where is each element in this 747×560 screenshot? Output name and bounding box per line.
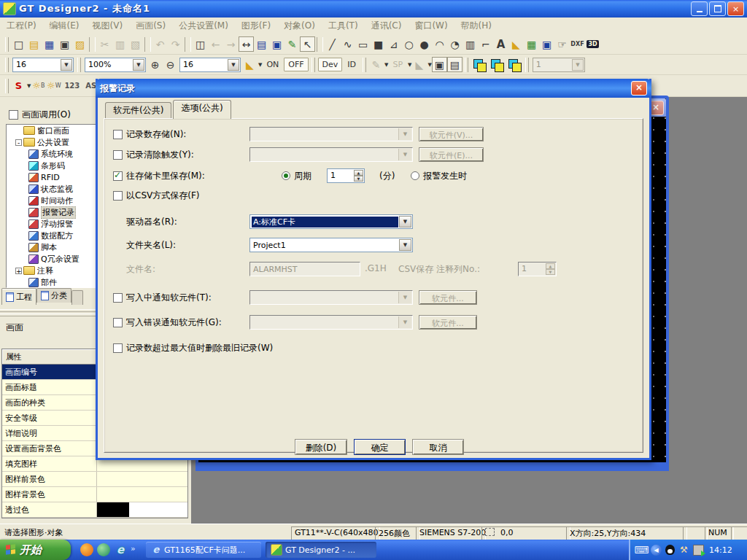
tree-item-parts[interactable]: 部件 bbox=[7, 276, 98, 288]
cancel-button[interactable]: 取消 bbox=[412, 439, 464, 455]
device-on-button[interactable]: ON bbox=[263, 58, 282, 71]
zoom-out-icon[interactable]: ⊖ bbox=[163, 57, 178, 72]
lamp-word-icon[interactable]: ☼W bbox=[46, 78, 61, 93]
menu-item[interactable]: 工程(P) bbox=[0, 18, 43, 34]
toolbar-icon[interactable] bbox=[89, 37, 96, 52]
tree-expander[interactable] bbox=[24, 198, 27, 204]
property-value[interactable] bbox=[97, 502, 187, 517]
property-row[interactable]: 图样前景色 bbox=[2, 472, 187, 487]
tree-item-time-action[interactable]: 时间动作 bbox=[7, 195, 98, 206]
property-value[interactable] bbox=[97, 472, 187, 486]
toolbar-grip[interactable] bbox=[525, 58, 529, 72]
polyline-icon[interactable]: ∿ bbox=[340, 36, 355, 52]
screen-fit-icon[interactable]: ↔ bbox=[239, 36, 254, 52]
drive-combo[interactable]: A:标准CF卡▼ bbox=[249, 214, 413, 229]
screen-image-copy-icon[interactable]: ▣ bbox=[432, 57, 447, 72]
hand-icon[interactable]: ☞ bbox=[554, 36, 570, 52]
menu-item[interactable]: 工具(T) bbox=[322, 18, 365, 34]
close-button[interactable]: × bbox=[727, 1, 744, 16]
tree-expander[interactable] bbox=[24, 163, 27, 169]
toolbar-grip[interactable] bbox=[5, 58, 9, 72]
hide-icons-icon[interactable]: ◀ bbox=[651, 545, 662, 556]
notify-writing-checkbox[interactable] bbox=[113, 293, 123, 303]
window-front-icon[interactable] bbox=[506, 57, 522, 72]
tree-item-recipe[interactable]: 数据配方 bbox=[7, 230, 98, 241]
save-icon[interactable]: ▦ bbox=[42, 36, 57, 52]
device-off-button[interactable]: OFF bbox=[284, 58, 308, 71]
scale-icon[interactable]: ▥ bbox=[462, 36, 478, 52]
text-icon[interactable]: A bbox=[493, 36, 508, 52]
polygon-icon[interactable]: ⊿ bbox=[386, 36, 401, 52]
chevron-down-icon[interactable]: ▼ bbox=[399, 216, 411, 228]
circle-icon[interactable]: ○ bbox=[401, 36, 417, 52]
status-resize-grip[interactable] bbox=[731, 526, 747, 541]
property-row[interactable]: 图样背景色 bbox=[2, 487, 187, 502]
id-display-button[interactable]: ID bbox=[344, 58, 360, 71]
new-icon[interactable]: □ bbox=[11, 36, 26, 52]
tree-expander[interactable] bbox=[15, 128, 22, 134]
panel-tab-partial[interactable] bbox=[71, 290, 83, 305]
notify-error-checkbox[interactable] bbox=[113, 318, 123, 327]
window-preview-icon[interactable] bbox=[471, 57, 487, 72]
tree-expander[interactable]: - bbox=[15, 139, 22, 146]
screen-save-icon[interactable]: ▣ bbox=[57, 36, 72, 52]
grid-size-combo[interactable]: 16▼ bbox=[179, 58, 241, 72]
toolbar-icon[interactable] bbox=[144, 37, 151, 52]
undo-icon[interactable]: ↶ bbox=[152, 36, 168, 52]
tree-expander[interactable]: + bbox=[15, 268, 22, 274]
rect-icon[interactable]: ▭ bbox=[355, 36, 371, 52]
tree-expander[interactable] bbox=[24, 186, 27, 192]
tree-expander[interactable] bbox=[24, 174, 27, 181]
grid-color-icon[interactable]: ◣ bbox=[242, 57, 258, 72]
tools-icon[interactable]: ⚒ bbox=[678, 545, 689, 556]
window-stack-icon[interactable]: ▣ bbox=[269, 36, 285, 52]
chevron-down-icon[interactable]: ▼ bbox=[258, 62, 262, 68]
back-icon[interactable]: ← bbox=[208, 36, 223, 52]
tree-expander[interactable] bbox=[24, 209, 27, 216]
menu-item[interactable]: 视图(V) bbox=[86, 18, 130, 34]
property-row[interactable]: 透过色 bbox=[2, 502, 187, 518]
redo-icon[interactable]: ↷ bbox=[168, 36, 183, 52]
chevron-down-icon[interactable]: ▼ bbox=[61, 59, 72, 71]
spin-up-icon[interactable]: ▲ bbox=[354, 170, 363, 176]
delete-oldest-checkbox[interactable] bbox=[113, 343, 123, 353]
library-icon[interactable]: ▣ bbox=[539, 36, 554, 52]
cursor-icon[interactable]: ↖ bbox=[300, 36, 315, 52]
screen-call-checkbox[interactable] bbox=[9, 110, 18, 120]
data-list-icon[interactable]: ▤ bbox=[447, 57, 462, 72]
dialog-tab-options-common[interactable]: 选项(公共) bbox=[173, 100, 231, 119]
tree-item-common-settings[interactable]: - 公共设置 bbox=[7, 136, 98, 148]
toolbar-grip[interactable] bbox=[311, 58, 315, 72]
edit-pen-icon[interactable]: ✎ bbox=[285, 36, 300, 52]
line-icon[interactable]: ╱ bbox=[325, 36, 340, 52]
messenger-icon[interactable] bbox=[97, 543, 110, 556]
tree-item-system-environment[interactable]: 系统环境 bbox=[7, 148, 98, 160]
tree-item-status-observation[interactable]: 状态监视 bbox=[7, 183, 98, 195]
tree-item-rfid[interactable]: RFID bbox=[7, 171, 98, 183]
arc-icon[interactable]: ◠ bbox=[432, 36, 447, 52]
taskbar-task-browser[interactable]: e GT1165配CF卡问题... bbox=[146, 542, 261, 558]
chevron-down-icon[interactable]: ▼ bbox=[133, 59, 144, 71]
zoom-in-icon[interactable]: ⊕ bbox=[147, 57, 163, 72]
device-display-button[interactable]: Dev bbox=[318, 58, 343, 71]
menu-item[interactable]: 通讯(C) bbox=[365, 18, 409, 34]
minimize-button[interactable] bbox=[691, 1, 708, 16]
qq-icon[interactable] bbox=[665, 545, 675, 555]
toolbar-grip[interactable] bbox=[363, 58, 366, 72]
tab-category[interactable]: 分类 bbox=[36, 288, 71, 303]
screen-property-icon[interactable]: ▤ bbox=[254, 36, 269, 52]
screen-preview-icon[interactable]: ◫ bbox=[193, 36, 208, 52]
forward-icon[interactable]: → bbox=[223, 36, 239, 52]
cycle-spinner[interactable]: 1▲▼ bbox=[327, 168, 365, 183]
taskbar-task-gtdesigner[interactable]: GT Designer2 - ... bbox=[266, 542, 376, 558]
dialog-close-button[interactable]: × bbox=[631, 81, 647, 96]
screen-print-icon[interactable]: ▨ bbox=[72, 36, 88, 52]
tree-item-alarm-history[interactable]: 报警记录 bbox=[7, 206, 98, 218]
spin-down-icon[interactable]: ▼ bbox=[354, 176, 363, 182]
numeric-display-icon[interactable]: 123 bbox=[64, 82, 80, 90]
tree-expander[interactable] bbox=[24, 279, 27, 286]
delete-button[interactable]: 删除(D) bbox=[295, 439, 347, 455]
chevron-down-icon[interactable]: ▼ bbox=[399, 239, 411, 251]
chevron-down-icon[interactable]: ▼ bbox=[228, 59, 239, 71]
save-card-checkbox[interactable]: ✓ bbox=[113, 171, 123, 181]
